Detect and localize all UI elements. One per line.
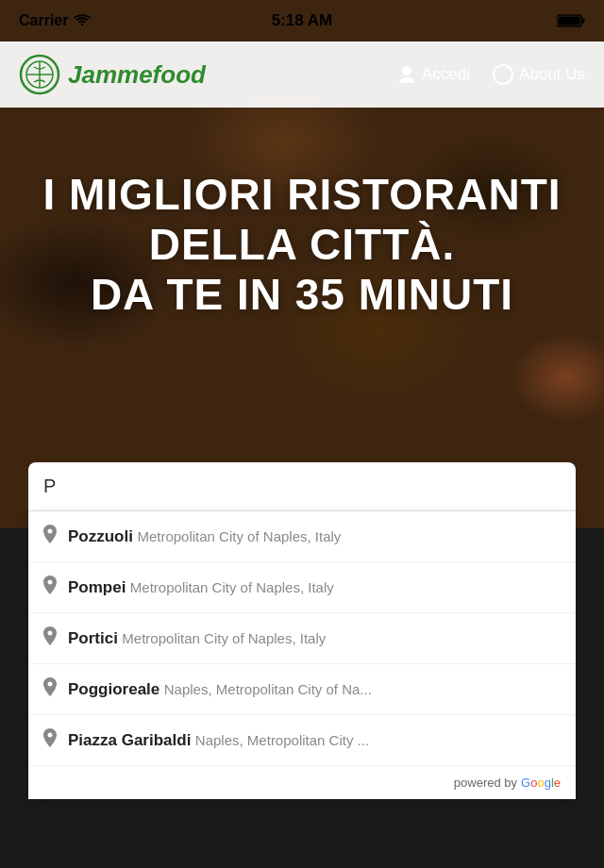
nav-right-buttons: Accedi About Us: [397, 64, 585, 85]
svg-rect-1: [559, 17, 580, 25]
pin-icon-0: [43, 525, 57, 548]
autocomplete-item-0[interactable]: Pozzuoli Metropolitan City of Naples, It…: [28, 511, 576, 562]
autocomplete-item-4[interactable]: Piazza Garibaldi Naples, Metropolitan Ci…: [28, 715, 576, 766]
hero-line-1: I MIGLIORI RISTORANTI: [19, 170, 585, 220]
logo-text: Jammefood: [68, 60, 206, 90]
logo[interactable]: Jammefood: [19, 54, 206, 95]
hero-text-area: I MIGLIORI RISTORANTI DELLA CITTÀ. DA TE…: [0, 170, 604, 320]
google-logo: Google: [521, 776, 561, 790]
place-name-0: Pozzuoli Metropolitan City of Naples, It…: [68, 527, 341, 546]
pin-icon-1: [43, 576, 57, 599]
login-button[interactable]: Accedi: [397, 64, 470, 85]
status-right: [557, 13, 585, 28]
login-label: Accedi: [422, 65, 470, 84]
pin-icon-3: [43, 677, 57, 701]
place-name-4: Piazza Garibaldi Naples, Metropolitan Ci…: [68, 731, 369, 750]
svg-rect-2: [582, 19, 585, 24]
autocomplete-item-3[interactable]: Poggioreale Naples, Metropolitan City of…: [28, 664, 576, 715]
autocomplete-item-1[interactable]: Pompei Metropolitan City of Naples, Ital…: [28, 562, 576, 613]
logo-icon: [19, 54, 60, 95]
place-name-2: Portici Metropolitan City of Naples, Ita…: [68, 629, 326, 648]
search-container: Pozzuoli Metropolitan City of Naples, It…: [28, 462, 576, 799]
info-circle-icon: [493, 64, 513, 85]
about-label: About Us: [519, 65, 585, 84]
pin-icon-2: [43, 626, 57, 650]
hero-line-3: DA TE IN 35 MINUTI: [19, 270, 585, 320]
search-input-box[interactable]: [28, 462, 576, 511]
pin-icon-4: [43, 728, 57, 752]
status-time: 5:18 AM: [272, 11, 333, 30]
wifi-icon: [74, 14, 91, 27]
autocomplete-item-2[interactable]: Portici Metropolitan City of Naples, Ita…: [28, 613, 576, 664]
svg-point-7: [402, 66, 411, 75]
place-name-3: Poggioreale Naples, Metropolitan City of…: [68, 680, 372, 699]
place-name-1: Pompei Metropolitan City of Naples, Ital…: [68, 578, 334, 597]
hero-title: I MIGLIORI RISTORANTI DELLA CITTÀ. DA TE…: [19, 170, 585, 320]
person-icon: [397, 64, 416, 85]
navbar: Jammefood Accedi About Us: [0, 42, 604, 108]
carrier-label: Carrier: [19, 12, 91, 29]
carrier-text: Carrier: [19, 12, 68, 29]
search-input[interactable]: [43, 476, 561, 497]
about-button[interactable]: About Us: [493, 64, 585, 85]
hero-line-2: DELLA CITTÀ.: [19, 220, 585, 270]
status-bar: Carrier 5:18 AM: [0, 0, 604, 42]
powered-by-text: powered by: [454, 776, 517, 790]
powered-by-google: powered by Google: [28, 766, 576, 799]
autocomplete-dropdown: Pozzuoli Metropolitan City of Naples, It…: [28, 511, 576, 799]
battery-icon: [557, 13, 585, 28]
